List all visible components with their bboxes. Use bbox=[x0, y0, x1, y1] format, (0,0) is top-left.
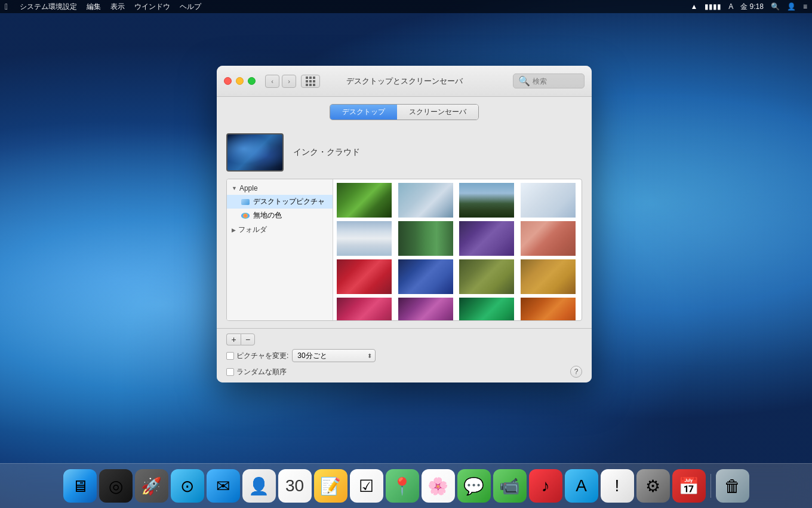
main-panel: インク・クラウド ▼ Apple デスクトップピクチャ 無地の bbox=[217, 126, 592, 328]
wallpaper-flower-pink[interactable] bbox=[397, 296, 454, 320]
help-button[interactable]: ? bbox=[570, 366, 582, 378]
forward-button[interactable]: › bbox=[282, 75, 296, 88]
dock-messages[interactable]: 💬 bbox=[457, 469, 491, 503]
change-picture-checkbox-label[interactable]: ピクチャを変更: bbox=[226, 351, 288, 361]
change-picture-row: ピクチャを変更: 30分ごと ⬍ bbox=[226, 349, 582, 362]
window-content: デスクトップ スクリーンセーバ インク・クラウド ▼ Apple bbox=[217, 97, 592, 382]
interval-dropdown-wrapper: 30分ごと ⬍ bbox=[292, 349, 376, 362]
dock-fantastical[interactable]: 📅 bbox=[672, 469, 706, 503]
wallpaper-lion[interactable] bbox=[519, 258, 577, 295]
dock-facetime[interactable]: 📹 bbox=[493, 469, 527, 503]
image-grid bbox=[333, 179, 582, 320]
dock-siri[interactable]: ◎ bbox=[99, 469, 133, 503]
wallpaper-red-abstract[interactable] bbox=[336, 258, 393, 295]
menubar:  システム環境設定 編集 表示 ウインドウ ヘルプ ▲ ▮▮▮▮ A 金 9:… bbox=[0, 0, 812, 13]
add-button[interactable]: + bbox=[226, 333, 241, 345]
minimize-button[interactable] bbox=[236, 77, 244, 85]
dock-photos[interactable]: 🌸 bbox=[422, 469, 455, 503]
wallpaper-misty-forest[interactable] bbox=[397, 182, 454, 219]
triangle-icon: ▼ bbox=[232, 185, 237, 191]
menubar-help[interactable]: ヘルプ bbox=[180, 2, 201, 12]
dock-contacts[interactable]: 👤 bbox=[242, 469, 276, 503]
grid-view-button[interactable] bbox=[301, 75, 320, 88]
dock-safari[interactable]: ⊙ bbox=[171, 469, 204, 503]
dock-reminders[interactable]: ☑ bbox=[350, 469, 383, 503]
tab-bar: デスクトップ スクリーンセーバ bbox=[217, 97, 592, 126]
wallpaper-mountain-lake[interactable] bbox=[458, 182, 515, 219]
wallpaper-bamboo[interactable] bbox=[397, 220, 454, 257]
wallpaper-pink-sand[interactable] bbox=[519, 220, 577, 257]
change-picture-label: ピクチャを変更: bbox=[236, 351, 288, 361]
menubar-view[interactable]: 表示 bbox=[110, 2, 125, 12]
interval-dropdown[interactable]: 30分ごと bbox=[292, 349, 376, 362]
nav-buttons: ‹ › bbox=[265, 75, 296, 88]
bottom-controls: + − bbox=[226, 333, 582, 345]
search-box[interactable]: 🔍 bbox=[513, 74, 585, 88]
folder-icon bbox=[241, 199, 250, 205]
wallpaper-snow-field[interactable] bbox=[519, 182, 577, 219]
dock-notes[interactable]: 📝 bbox=[314, 469, 347, 503]
sidebar-folders-label: フォルダ bbox=[238, 225, 267, 235]
wallpaper-green-leaf[interactable] bbox=[336, 182, 393, 219]
bottom-bar: + − ピクチャを変更: 30分ごと ⬍ ラ bbox=[217, 328, 592, 382]
search-input[interactable] bbox=[533, 77, 586, 85]
user-icon[interactable]: 👤 bbox=[787, 2, 796, 11]
window-title: デスクトップとスクリーンセーバ bbox=[346, 76, 463, 87]
sidebar-solid-color[interactable]: 無地の色 bbox=[227, 209, 333, 222]
sidebar-folders-group[interactable]: ▶ フォルダ bbox=[227, 222, 333, 237]
tab-desktop[interactable]: デスクトップ bbox=[330, 105, 397, 120]
wifi-icon: ▲ bbox=[690, 2, 697, 11]
add-remove-buttons: + − bbox=[226, 333, 255, 345]
sidebar-desktop-pictures[interactable]: デスクトップピクチャ bbox=[227, 195, 333, 209]
random-order-label: ランダムな順序 bbox=[236, 367, 287, 377]
wallpaper-orange-abstract[interactable] bbox=[519, 296, 577, 320]
apple-menu-icon[interactable]:  bbox=[5, 2, 8, 11]
wallpaper-pink-flowers[interactable] bbox=[336, 296, 393, 320]
dock-finder[interactable]: 🖥 bbox=[63, 469, 97, 503]
random-order-row: ランダムな順序 ? bbox=[226, 366, 582, 378]
menubar-edit[interactable]: 編集 bbox=[87, 2, 101, 12]
color-icon bbox=[241, 213, 250, 219]
remove-button[interactable]: − bbox=[241, 333, 255, 345]
tab-group: デスクトップ スクリーンセーバ bbox=[330, 104, 479, 120]
random-order-checkbox[interactable] bbox=[226, 368, 234, 376]
wallpaper-purple-flowers[interactable] bbox=[458, 220, 515, 257]
random-order-checkbox-label[interactable]: ランダムな順序 bbox=[226, 367, 287, 377]
spotlight-icon[interactable]: 🔍 bbox=[771, 2, 780, 11]
sidebar-apple-label: Apple bbox=[239, 184, 258, 192]
dock-separator bbox=[710, 474, 711, 498]
preview-name: インク・クラウド bbox=[293, 147, 360, 158]
wallpaper-dolphins[interactable] bbox=[458, 296, 515, 320]
maximize-button[interactable] bbox=[248, 77, 256, 85]
dock-systemprefs[interactable]: ⚙ bbox=[636, 469, 670, 503]
content-area: ▼ Apple デスクトップピクチャ 無地の色 ▶ フォルダ bbox=[226, 179, 582, 321]
dock-mail[interactable]: ✉ bbox=[207, 469, 240, 503]
dock-maps[interactable]: 📍 bbox=[386, 469, 419, 503]
tab-screensaver[interactable]: スクリーンセーバ bbox=[397, 105, 478, 120]
change-picture-checkbox[interactable] bbox=[226, 352, 234, 360]
wallpaper-elephant[interactable] bbox=[458, 258, 515, 295]
dock-music[interactable]: ♪ bbox=[529, 469, 562, 503]
input-method-icon: A bbox=[728, 2, 733, 11]
clock: 金 9:18 bbox=[740, 2, 764, 12]
dock-launchpad[interactable]: 🚀 bbox=[135, 469, 168, 503]
dock-scripteditor[interactable]: ! bbox=[601, 469, 634, 503]
dock-trash[interactable]: 🗑 bbox=[716, 469, 749, 503]
sidebar-desktop-pictures-label: デスクトップピクチャ bbox=[253, 197, 325, 207]
wallpaper-clouds[interactable] bbox=[336, 220, 393, 257]
desktop-screensaver-window: ‹ › デスクトップとスクリーンセーバ 🔍 デスクトップ スクリーンセーバ bbox=[217, 66, 592, 382]
control-center-icon[interactable]: ≡ bbox=[803, 2, 807, 11]
sidebar: ▼ Apple デスクトップピクチャ 無地の色 ▶ フォルダ bbox=[227, 179, 333, 320]
preview-image bbox=[226, 133, 284, 172]
wallpaper-blue-abstract[interactable] bbox=[397, 258, 454, 295]
back-button[interactable]: ‹ bbox=[265, 75, 279, 88]
sidebar-apple-group[interactable]: ▼ Apple bbox=[227, 182, 333, 195]
dock-appstore[interactable]: A bbox=[565, 469, 598, 503]
menubar-window[interactable]: ウインドウ bbox=[134, 2, 170, 12]
sidebar-solid-color-label: 無地の色 bbox=[253, 210, 282, 221]
menubar-system-prefs[interactable]: システム環境設定 bbox=[20, 2, 77, 12]
dock-calendar[interactable]: 30 bbox=[278, 469, 312, 503]
search-icon: 🔍 bbox=[518, 75, 530, 87]
titlebar: ‹ › デスクトップとスクリーンセーバ 🔍 bbox=[217, 66, 592, 97]
close-button[interactable] bbox=[224, 77, 232, 85]
